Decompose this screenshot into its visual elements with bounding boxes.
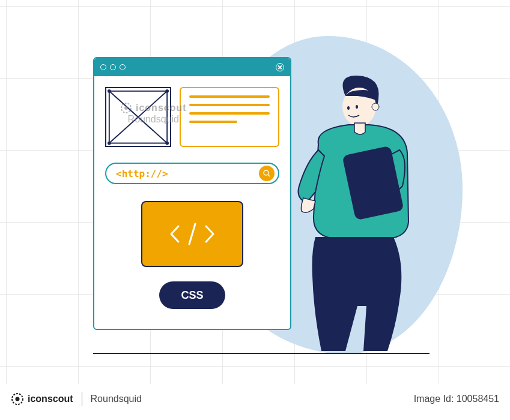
text-line <box>189 112 270 115</box>
code-block-icon <box>141 201 243 267</box>
url-text: <http://> <box>116 168 168 179</box>
svg-line-9 <box>189 224 195 244</box>
footer-bar: iconscout Roundsquid Image Id: 10058451 <box>11 390 499 408</box>
traffic-light-icon <box>100 64 106 70</box>
brand-logo: iconscout <box>11 392 73 406</box>
svg-point-3 <box>108 89 111 93</box>
image-placeholder-icon <box>105 87 171 147</box>
person-illustration <box>258 72 433 354</box>
text-line <box>189 104 270 106</box>
svg-point-18 <box>16 397 20 401</box>
css-badge: CSS <box>159 281 225 309</box>
author-name: Roundsquid <box>91 394 142 404</box>
svg-point-13 <box>356 105 358 109</box>
traffic-light-icon <box>110 64 116 70</box>
logo-icon <box>11 392 24 406</box>
image-id-label: Image Id: 10058451 <box>414 394 499 404</box>
window-controls <box>100 64 126 70</box>
svg-point-4 <box>165 89 169 93</box>
brand-name: iconscout <box>28 394 73 404</box>
text-line <box>189 95 270 98</box>
svg-point-6 <box>165 142 169 145</box>
text-line <box>189 121 237 123</box>
svg-point-15 <box>372 103 379 110</box>
svg-point-5 <box>108 142 111 145</box>
ground-line <box>93 353 430 354</box>
url-input-bar: <http://> <box>105 163 279 184</box>
divider <box>82 392 82 406</box>
svg-point-14 <box>347 106 350 110</box>
traffic-light-icon <box>120 64 126 70</box>
close-icon <box>276 63 284 71</box>
